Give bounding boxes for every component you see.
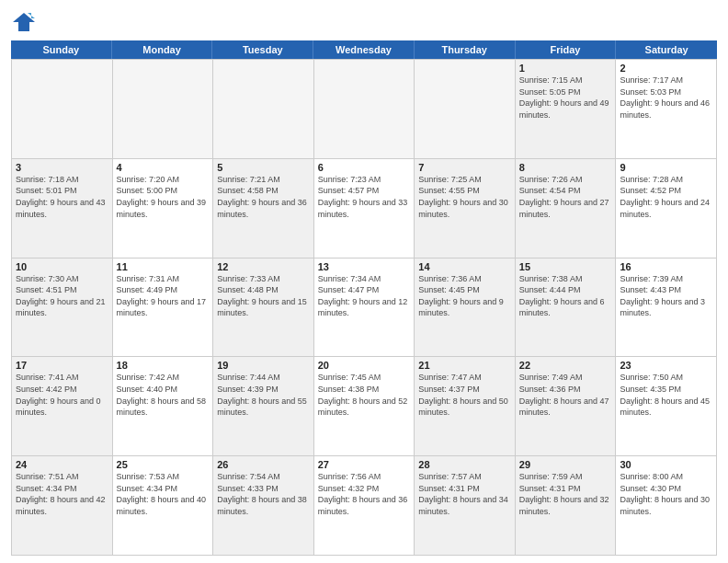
day-number: 6 [318, 162, 411, 173]
day-info: Sunrise: 7:45 AM Sunset: 4:38 PM Dayligh… [318, 372, 411, 418]
day-info: Sunrise: 7:47 AM Sunset: 4:37 PM Dayligh… [418, 372, 511, 418]
day-info: Sunrise: 7:39 AM Sunset: 4:43 PM Dayligh… [620, 273, 712, 319]
table-row: 23Sunrise: 7:50 AM Sunset: 4:35 PM Dayli… [616, 357, 717, 456]
calendar-row-2: 3Sunrise: 7:18 AM Sunset: 5:01 PM Daylig… [12, 159, 717, 259]
table-row [213, 60, 314, 159]
logo [11, 9, 40, 35]
table-row: 17Sunrise: 7:41 AM Sunset: 4:42 PM Dayli… [12, 357, 113, 456]
day-number: 17 [16, 360, 108, 371]
table-row: 4Sunrise: 7:20 AM Sunset: 5:00 PM Daylig… [113, 159, 214, 259]
day-number: 16 [620, 261, 712, 272]
table-row: 11Sunrise: 7:31 AM Sunset: 4:49 PM Dayli… [113, 259, 214, 358]
table-row: 2Sunrise: 7:17 AM Sunset: 5:03 PM Daylig… [616, 60, 717, 159]
day-header-sunday: Sunday [11, 40, 112, 59]
day-number: 9 [620, 162, 712, 173]
table-row: 30Sunrise: 8:00 AM Sunset: 4:30 PM Dayli… [616, 456, 717, 556]
table-row: 3Sunrise: 7:18 AM Sunset: 5:01 PM Daylig… [12, 159, 113, 259]
day-info: Sunrise: 7:57 AM Sunset: 4:31 PM Dayligh… [418, 471, 511, 517]
day-header-tuesday: Tuesday [212, 40, 313, 59]
day-header-wednesday: Wednesday [313, 40, 415, 59]
day-number: 22 [519, 360, 612, 371]
day-header-thursday: Thursday [415, 40, 516, 59]
day-info: Sunrise: 7:34 AM Sunset: 4:47 PM Dayligh… [318, 273, 411, 319]
table-row: 14Sunrise: 7:36 AM Sunset: 4:45 PM Dayli… [415, 259, 516, 358]
table-row: 6Sunrise: 7:23 AM Sunset: 4:57 PM Daylig… [314, 159, 415, 259]
day-header-monday: Monday [112, 40, 213, 59]
day-info: Sunrise: 7:51 AM Sunset: 4:34 PM Dayligh… [16, 471, 108, 517]
day-number: 30 [620, 459, 712, 470]
header [11, 9, 717, 35]
day-number: 2 [620, 63, 712, 74]
day-number: 29 [519, 459, 612, 470]
day-info: Sunrise: 7:30 AM Sunset: 4:51 PM Dayligh… [16, 273, 108, 319]
table-row [113, 60, 214, 159]
table-row: 29Sunrise: 7:59 AM Sunset: 4:31 PM Dayli… [516, 456, 617, 556]
table-row: 15Sunrise: 7:38 AM Sunset: 4:44 PM Dayli… [516, 259, 617, 358]
table-row: 7Sunrise: 7:25 AM Sunset: 4:55 PM Daylig… [415, 159, 516, 259]
day-info: Sunrise: 7:25 AM Sunset: 4:55 PM Dayligh… [418, 174, 511, 220]
day-number: 18 [117, 360, 210, 371]
page: SundayMondayTuesdayWednesdayThursdayFrid… [0, 0, 728, 563]
day-info: Sunrise: 7:49 AM Sunset: 4:36 PM Dayligh… [519, 372, 612, 418]
table-row [415, 60, 516, 159]
table-row: 18Sunrise: 7:42 AM Sunset: 4:40 PM Dayli… [113, 357, 214, 456]
day-info: Sunrise: 7:23 AM Sunset: 4:57 PM Dayligh… [318, 174, 411, 220]
table-row: 16Sunrise: 7:39 AM Sunset: 4:43 PM Dayli… [616, 259, 717, 358]
calendar-row-5: 24Sunrise: 7:51 AM Sunset: 4:34 PM Dayli… [12, 456, 717, 556]
table-row [314, 60, 415, 159]
table-row: 8Sunrise: 7:26 AM Sunset: 4:54 PM Daylig… [516, 159, 617, 259]
calendar-header: SundayMondayTuesdayWednesdayThursdayFrid… [11, 40, 717, 59]
day-number: 26 [217, 459, 310, 470]
calendar-row-4: 17Sunrise: 7:41 AM Sunset: 4:42 PM Dayli… [12, 357, 717, 456]
day-number: 25 [117, 459, 210, 470]
day-info: Sunrise: 7:50 AM Sunset: 4:35 PM Dayligh… [620, 372, 712, 418]
table-row: 20Sunrise: 7:45 AM Sunset: 4:38 PM Dayli… [314, 357, 415, 456]
day-info: Sunrise: 8:00 AM Sunset: 4:30 PM Dayligh… [620, 471, 712, 517]
table-row: 24Sunrise: 7:51 AM Sunset: 4:34 PM Dayli… [12, 456, 113, 556]
day-number: 20 [318, 360, 411, 371]
table-row: 9Sunrise: 7:28 AM Sunset: 4:52 PM Daylig… [616, 159, 717, 259]
day-info: Sunrise: 7:21 AM Sunset: 4:58 PM Dayligh… [217, 174, 310, 220]
table-row: 26Sunrise: 7:54 AM Sunset: 4:33 PM Dayli… [213, 456, 314, 556]
day-number: 4 [117, 162, 210, 173]
table-row: 10Sunrise: 7:30 AM Sunset: 4:51 PM Dayli… [12, 259, 113, 358]
table-row: 5Sunrise: 7:21 AM Sunset: 4:58 PM Daylig… [213, 159, 314, 259]
day-info: Sunrise: 7:20 AM Sunset: 5:00 PM Dayligh… [117, 174, 210, 220]
day-number: 12 [217, 261, 310, 272]
day-number: 19 [217, 360, 310, 371]
day-number: 15 [519, 261, 612, 272]
day-info: Sunrise: 7:18 AM Sunset: 5:01 PM Dayligh… [16, 174, 108, 220]
day-info: Sunrise: 7:41 AM Sunset: 4:42 PM Dayligh… [16, 372, 108, 418]
day-info: Sunrise: 7:28 AM Sunset: 4:52 PM Dayligh… [620, 174, 712, 220]
table-row: 13Sunrise: 7:34 AM Sunset: 4:47 PM Dayli… [314, 259, 415, 358]
day-number: 10 [16, 261, 108, 272]
day-info: Sunrise: 7:42 AM Sunset: 4:40 PM Dayligh… [117, 372, 210, 418]
table-row: 21Sunrise: 7:47 AM Sunset: 4:37 PM Dayli… [415, 357, 516, 456]
logo-icon [11, 9, 37, 35]
day-number: 13 [318, 261, 411, 272]
table-row: 28Sunrise: 7:57 AM Sunset: 4:31 PM Dayli… [415, 456, 516, 556]
calendar-row-3: 10Sunrise: 7:30 AM Sunset: 4:51 PM Dayli… [12, 259, 717, 358]
calendar-row-1: 1Sunrise: 7:15 AM Sunset: 5:05 PM Daylig… [12, 60, 717, 159]
day-number: 27 [318, 459, 411, 470]
table-row: 22Sunrise: 7:49 AM Sunset: 4:36 PM Dayli… [516, 357, 617, 456]
day-header-saturday: Saturday [616, 40, 717, 59]
day-info: Sunrise: 7:53 AM Sunset: 4:34 PM Dayligh… [117, 471, 210, 517]
table-row [12, 60, 113, 159]
table-row: 19Sunrise: 7:44 AM Sunset: 4:39 PM Dayli… [213, 357, 314, 456]
day-info: Sunrise: 7:54 AM Sunset: 4:33 PM Dayligh… [217, 471, 310, 517]
table-row: 27Sunrise: 7:56 AM Sunset: 4:32 PM Dayli… [314, 456, 415, 556]
calendar-body: 1Sunrise: 7:15 AM Sunset: 5:05 PM Daylig… [11, 59, 717, 556]
day-info: Sunrise: 7:36 AM Sunset: 4:45 PM Dayligh… [418, 273, 511, 319]
day-info: Sunrise: 7:56 AM Sunset: 4:32 PM Dayligh… [318, 471, 411, 517]
svg-marker-0 [13, 13, 35, 31]
day-number: 23 [620, 360, 712, 371]
table-row: 12Sunrise: 7:33 AM Sunset: 4:48 PM Dayli… [213, 259, 314, 358]
day-number: 28 [418, 459, 511, 470]
table-row: 1Sunrise: 7:15 AM Sunset: 5:05 PM Daylig… [516, 60, 617, 159]
day-info: Sunrise: 7:59 AM Sunset: 4:31 PM Dayligh… [519, 471, 612, 517]
day-number: 1 [519, 63, 612, 74]
day-header-friday: Friday [516, 40, 617, 59]
calendar: SundayMondayTuesdayWednesdayThursdayFrid… [11, 40, 717, 556]
day-number: 3 [16, 162, 108, 173]
